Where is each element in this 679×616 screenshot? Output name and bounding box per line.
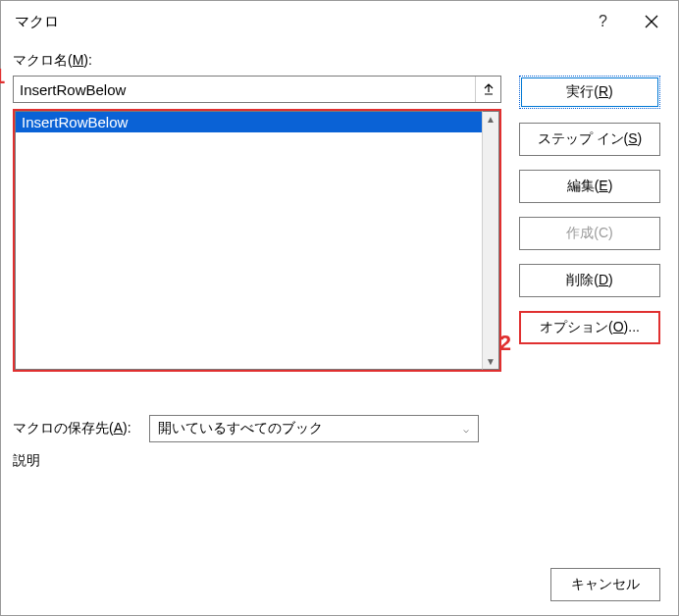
macro-name-input-wrap [13, 76, 501, 103]
store-label: マクロの保存先(A): [13, 420, 131, 437]
help-button[interactable]: ? [599, 13, 607, 30]
listbox-scrollbar[interactable]: ▲ ▼ [482, 111, 499, 370]
scroll-down-icon[interactable]: ▼ [486, 356, 496, 367]
scroll-up-icon[interactable]: ▲ [486, 114, 496, 125]
step-in-button[interactable]: ステップ イン(S) [519, 123, 660, 156]
close-button[interactable] [631, 9, 672, 34]
chevron-down-icon[interactable]: ⌵ [454, 424, 478, 435]
macro-name-label: マクロ名(M): [13, 52, 660, 70]
create-button: 作成(C) [519, 217, 660, 250]
dialog-content: 1 マクロ名(M): 2 InsertRowBelow ▲ [1, 42, 678, 615]
macro-name-input[interactable] [14, 77, 475, 102]
left-column: InsertRowBelow ▲ ▼ [13, 76, 501, 372]
macro-dialog: マクロ ? 1 マクロ名(M): 2 [0, 0, 679, 616]
button-column: 実行(R) ステップ イン(S) 編集(E) 作成(C) 削除(D) オプション… [519, 76, 660, 372]
delete-button[interactable]: 削除(D) [519, 264, 660, 297]
dialog-footer: キャンセル [13, 548, 660, 601]
titlebar: マクロ ? [1, 1, 678, 42]
cancel-button[interactable]: キャンセル [550, 568, 660, 601]
store-select[interactable]: 開いているすべてのブック ⌵ [149, 415, 479, 442]
store-row: マクロの保存先(A): 開いているすべてのブック ⌵ [13, 415, 660, 442]
description-label: 説明 [13, 452, 660, 470]
top-area: 2 InsertRowBelow ▲ ▼ [13, 76, 660, 372]
list-item[interactable]: InsertRowBelow [16, 112, 482, 132]
window-title: マクロ [15, 13, 59, 31]
goto-reference-button[interactable] [475, 77, 500, 102]
options-button[interactable]: オプション(O)... [519, 311, 660, 344]
titlebar-controls: ? [599, 9, 672, 34]
macro-listbox[interactable]: InsertRowBelow [15, 111, 482, 370]
run-button[interactable]: 実行(R) [519, 76, 660, 109]
macro-list-frame: InsertRowBelow ▲ ▼ [13, 109, 501, 372]
annotation-1: 1 [0, 64, 5, 89]
store-select-value: 開いているすべてのブック [150, 420, 454, 437]
edit-button[interactable]: 編集(E) [519, 170, 660, 203]
